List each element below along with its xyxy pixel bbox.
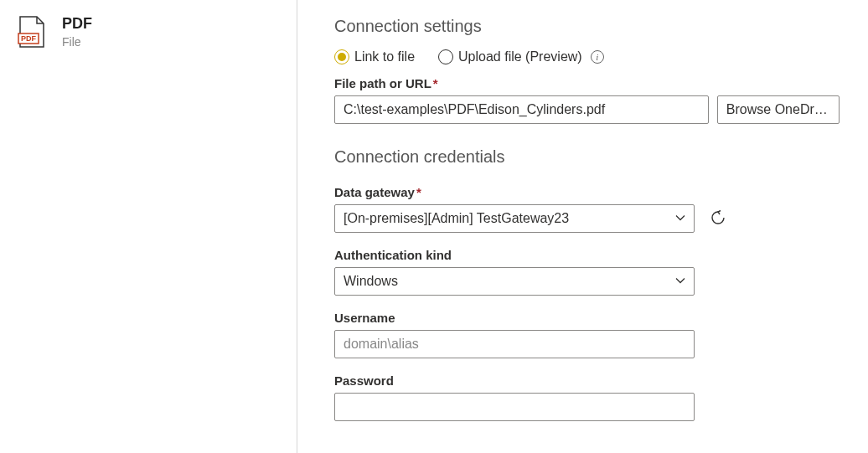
pdf-file-icon: PDF: [17, 15, 47, 49]
required-asterisk: *: [416, 185, 421, 199]
connector-title: PDF: [62, 15, 92, 33]
radio-unselected-icon: [438, 49, 453, 64]
upload-file-radio[interactable]: Upload file (Preview) i: [438, 49, 604, 64]
file-path-input[interactable]: [334, 95, 709, 124]
connector-header: PDF PDF File: [0, 0, 297, 453]
password-label: Password: [334, 373, 840, 388]
refresh-icon: [710, 209, 726, 229]
info-icon[interactable]: i: [591, 50, 604, 64]
required-asterisk: *: [433, 76, 438, 90]
link-to-file-radio[interactable]: Link to file: [334, 49, 415, 64]
link-to-file-label: Link to file: [354, 49, 415, 64]
authentication-kind-select[interactable]: Windows: [334, 267, 695, 296]
connection-settings-heading: Connection settings: [334, 17, 840, 36]
connection-credentials-heading: Connection credentials: [334, 147, 840, 167]
connector-type: File: [62, 35, 92, 49]
browse-onedrive-button[interactable]: Browse OneDrive...: [717, 95, 840, 124]
radio-selected-icon: [334, 49, 349, 64]
authentication-kind-label: Authentication kind: [334, 248, 840, 262]
data-gateway-select[interactable]: [On-premises][Admin] TestGateway23: [334, 204, 695, 233]
username-input[interactable]: [334, 330, 695, 358]
refresh-gateway-button[interactable]: [706, 207, 730, 230]
file-path-label: File path or URL*: [334, 76, 840, 90]
upload-file-label: Upload file (Preview): [458, 49, 582, 64]
username-label: Username: [334, 311, 840, 325]
svg-text:PDF: PDF: [21, 34, 37, 43]
settings-panel: Connection settings Link to file Upload …: [297, 0, 868, 453]
data-gateway-label: Data gateway*: [334, 185, 840, 199]
password-input[interactable]: [334, 393, 695, 421]
source-mode-radio-group: Link to file Upload file (Preview) i: [334, 49, 840, 64]
